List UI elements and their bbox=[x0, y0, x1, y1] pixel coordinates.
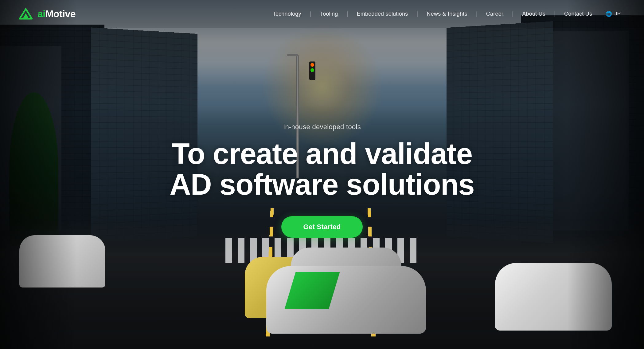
nav-link-tooling[interactable]: Tooling bbox=[311, 8, 346, 20]
nav-item-contact: Contact Us bbox=[556, 8, 601, 20]
nav-item-embedded: Embedded solutions bbox=[348, 8, 417, 20]
hero-title-line2: AD software solutions bbox=[170, 168, 474, 201]
logo-link[interactable]: aiMotive bbox=[18, 6, 76, 21]
navbar: aiMotive Technology | Tooling | Embedded… bbox=[0, 0, 644, 28]
lang-switcher[interactable]: 🌐 JP bbox=[601, 8, 626, 20]
nav-item-career: Career bbox=[478, 8, 512, 20]
hero-title-line1: To create and validate bbox=[172, 137, 472, 170]
nav-link-news[interactable]: News & Insights bbox=[418, 8, 476, 20]
car-left-white bbox=[19, 235, 105, 288]
nav-link-contact[interactable]: Contact Us bbox=[556, 8, 601, 20]
car-right bbox=[495, 263, 612, 331]
logo-text: aiMotive bbox=[37, 8, 76, 20]
traffic-light bbox=[309, 61, 315, 80]
svg-marker-1 bbox=[23, 13, 29, 19]
logo-icon bbox=[18, 6, 33, 21]
nav-item-tooling: Tooling bbox=[311, 8, 346, 20]
globe-icon: 🌐 bbox=[606, 11, 612, 17]
nav-links: Technology | Tooling | Embedded solution… bbox=[264, 8, 626, 20]
nav-item-news: News & Insights bbox=[418, 8, 476, 20]
hero-content: In-house developed tools To create and v… bbox=[107, 123, 537, 238]
logo-motive: Motive bbox=[45, 8, 76, 19]
nav-item-technology: Technology bbox=[264, 8, 310, 20]
nav-link-technology[interactable]: Technology bbox=[264, 8, 310, 20]
hero-section: aiMotive Technology | Tooling | Embedded… bbox=[0, 0, 644, 349]
hero-subtitle: In-house developed tools bbox=[107, 123, 537, 131]
car-front-center bbox=[266, 248, 426, 334]
nav-link-embedded[interactable]: Embedded solutions bbox=[348, 8, 417, 20]
hero-title: To create and validate AD software solut… bbox=[107, 138, 537, 200]
nav-link-career[interactable]: Career bbox=[478, 8, 512, 20]
nav-lang-switcher[interactable]: 🌐 JP bbox=[601, 8, 626, 20]
logo-ai: ai bbox=[37, 8, 45, 19]
nav-item-about: About Us bbox=[513, 8, 554, 20]
nav-link-about[interactable]: About Us bbox=[513, 8, 554, 20]
get-started-button[interactable]: Get Started bbox=[281, 216, 363, 238]
lang-label: JP bbox=[615, 11, 621, 17]
